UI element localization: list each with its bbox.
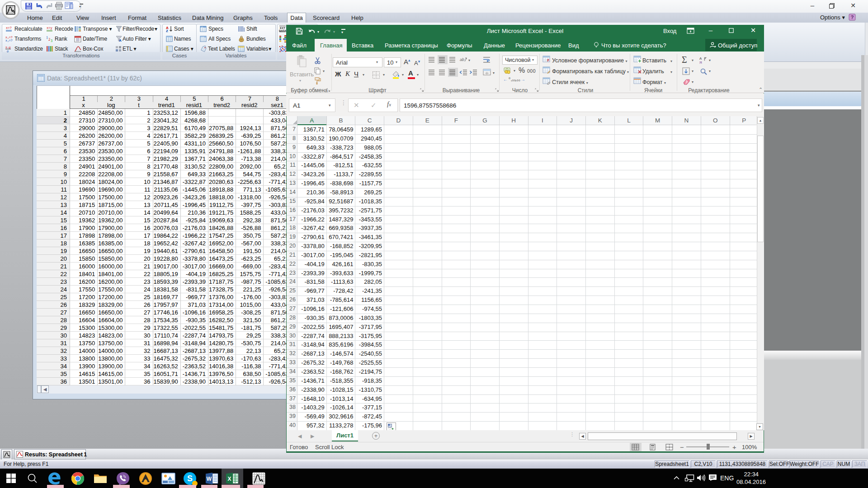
svg-text:1: 1: [46, 36, 48, 40]
svg-text:nn: nn: [201, 26, 203, 28]
svg-text:σ: σ: [7, 50, 9, 52]
svg-text:nnnn: nnnn: [201, 36, 204, 38]
svg-text:x₁=?: x₁=?: [5, 36, 13, 39]
svg-text:W: W: [207, 476, 212, 482]
svg-text:X: X: [227, 476, 231, 482]
svg-text:Z: Z: [166, 29, 168, 33]
svg-text:x-μ: x-μ: [5, 46, 11, 49]
svg-text:А: А: [699, 56, 702, 61]
svg-text:x=y: x=y: [47, 26, 52, 30]
svg-text:x₂=?: x₂=?: [5, 39, 13, 42]
svg-text:3: 3: [51, 39, 52, 42]
svg-text:A: A: [119, 38, 122, 42]
svg-text:Я: Я: [699, 61, 702, 64]
svg-text:DATA: DATA: [279, 29, 286, 32]
svg-text:S: S: [187, 474, 193, 483]
svg-text:≠: ≠: [547, 58, 549, 62]
svg-text:x=?: x=?: [6, 26, 12, 30]
svg-text:?: ?: [851, 14, 854, 20]
svg-text:ab: ab: [460, 57, 464, 62]
svg-text:2: 2: [48, 38, 50, 42]
